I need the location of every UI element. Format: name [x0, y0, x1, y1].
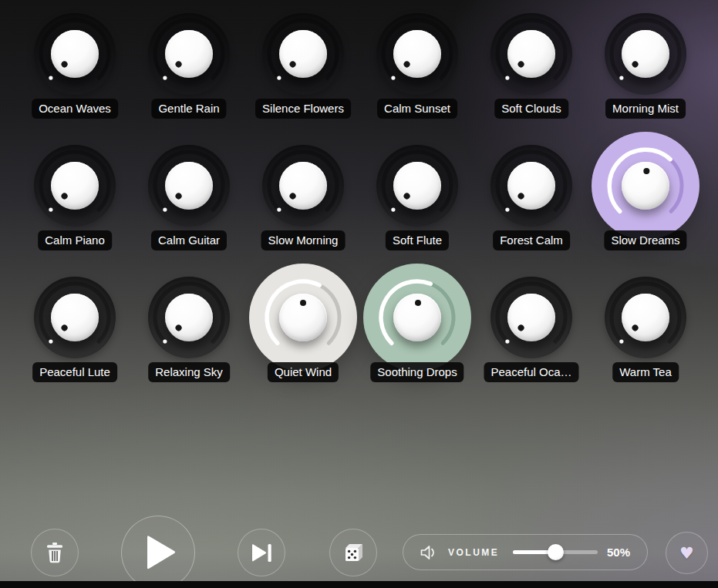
trash-button[interactable]: [31, 529, 79, 576]
random-dice-button[interactable]: [329, 529, 377, 576]
arc-min-dot: [505, 76, 509, 80]
sound-cell: Slow Dreams: [588, 132, 703, 264]
sound-knob[interactable]: [507, 30, 555, 78]
sound-knob[interactable]: [507, 162, 555, 210]
sound-knob[interactable]: [165, 162, 213, 210]
volume-label: VOLUME: [448, 547, 499, 558]
play-button[interactable]: [121, 516, 195, 588]
knob-indicator-dot: [60, 192, 69, 200]
sound-cell: Ocean Waves: [18, 0, 132, 132]
speaker-icon: [420, 545, 437, 560]
sound-knob[interactable]: [165, 294, 213, 341]
sound-label: Slow Morning: [261, 230, 346, 250]
arc-min-dot: [49, 340, 52, 344]
volume-slider-thumb[interactable]: [548, 544, 564, 560]
knob-indicator-dot: [288, 60, 297, 69]
sound-label: Calm Sunset: [377, 99, 457, 119]
skip-next-button[interactable]: [238, 529, 285, 576]
sound-cell: Silence Flowers: [246, 0, 360, 132]
sound-cell: Soft Clouds: [474, 0, 588, 132]
volume-slider[interactable]: [513, 544, 598, 560]
sound-cell: Peaceful Oca…: [474, 264, 588, 395]
arc-min-dot: [619, 76, 623, 80]
sound-knob[interactable]: [393, 294, 441, 341]
sound-cell: Calm Guitar: [132, 132, 246, 264]
sound-cell: Peaceful Lute: [18, 264, 132, 395]
arc-min-dot: [391, 208, 395, 212]
arc-min-dot: [163, 340, 167, 344]
arc-min-dot: [391, 76, 395, 80]
knob-indicator-dot: [631, 324, 639, 332]
sound-label: Soft Flute: [386, 230, 449, 250]
arc-track: [670, 160, 682, 211]
skip-next-icon: [251, 543, 272, 563]
sound-label: Relaxing Sky: [148, 362, 230, 382]
knob-indicator-dot: [403, 192, 411, 200]
sound-cell: Forest Calm: [474, 132, 588, 264]
sound-knob[interactable]: [279, 162, 327, 210]
sound-label: Forest Calm: [493, 230, 570, 250]
sound-knob[interactable]: [279, 294, 327, 341]
sound-label: Ocean Waves: [32, 99, 118, 119]
knob-indicator-dot: [631, 60, 639, 69]
sound-cell: Calm Piano: [18, 132, 132, 264]
arc-min-dot: [505, 208, 509, 212]
arc-min-dot: [163, 76, 167, 80]
sound-label: Warm Tea: [612, 362, 679, 382]
sound-cell: Morning Mist: [588, 0, 703, 132]
knob-indicator-dot: [174, 192, 183, 200]
trash-icon: [46, 543, 64, 563]
knob-indicator-dot: [403, 60, 411, 69]
volume-percent: 50%: [607, 546, 630, 559]
sound-cell: Relaxing Sky: [132, 264, 246, 395]
favorite-button[interactable]: ♥: [666, 532, 708, 574]
sound-cell: Calm Sunset: [360, 0, 474, 132]
play-icon: [146, 535, 177, 570]
sound-label: Peaceful Oca…: [484, 362, 578, 382]
sound-grid: Ocean WavesGentle RainSilence FlowersCal…: [18, 0, 703, 395]
sound-cell: Soft Flute: [360, 132, 474, 264]
arc-min-dot: [505, 340, 509, 344]
sound-label: Morning Mist: [605, 99, 686, 119]
sound-knob[interactable]: [51, 294, 99, 341]
sound-cell: Soothing Drops: [360, 264, 474, 395]
app-window: Ocean WavesGentle RainSilence FlowersCal…: [0, 0, 718, 588]
sound-knob[interactable]: [507, 294, 555, 341]
sound-label: Soft Clouds: [494, 99, 568, 119]
arc-min-dot: [49, 76, 52, 80]
knob-indicator-dot: [60, 324, 69, 332]
heart-icon: ♥: [679, 544, 694, 563]
knob-indicator-dot: [517, 324, 525, 332]
sound-label: Calm Guitar: [151, 230, 227, 250]
arc-min-dot: [49, 208, 52, 212]
knob-indicator-dot: [288, 192, 297, 200]
sound-cell: Gentle Rain: [132, 0, 246, 132]
knob-indicator-dot: [300, 300, 306, 306]
arc-min-dot: [163, 208, 167, 212]
sound-knob[interactable]: [393, 30, 441, 78]
knob-indicator-dot: [517, 60, 525, 69]
sound-knob[interactable]: [165, 30, 213, 78]
sound-knob[interactable]: [279, 30, 327, 78]
sound-knob[interactable]: [51, 30, 99, 78]
sound-label: Soothing Drops: [370, 362, 463, 382]
sound-cell: Quiet Wind: [246, 264, 360, 395]
sound-cell: Slow Morning: [246, 132, 360, 264]
sound-label: Gentle Rain: [151, 99, 226, 119]
knob-indicator-dot: [60, 60, 69, 69]
volume-slider-fill: [513, 550, 551, 554]
sound-label: Calm Piano: [38, 230, 112, 250]
sound-knob[interactable]: [622, 162, 669, 210]
knob-indicator-dot: [174, 324, 183, 332]
sound-knob[interactable]: [51, 162, 99, 210]
sound-knob[interactable]: [622, 294, 669, 341]
bottom-strip: [0, 581, 718, 588]
knob-indicator-dot: [643, 168, 650, 175]
sound-knob[interactable]: [622, 30, 669, 78]
sound-label: Silence Flowers: [255, 99, 351, 119]
volume-control: VOLUME 50%: [403, 534, 648, 570]
knob-indicator-dot: [415, 300, 421, 306]
sound-knob[interactable]: [393, 162, 441, 210]
dice-icon: [343, 543, 364, 563]
sound-label: Quiet Wind: [268, 362, 339, 382]
